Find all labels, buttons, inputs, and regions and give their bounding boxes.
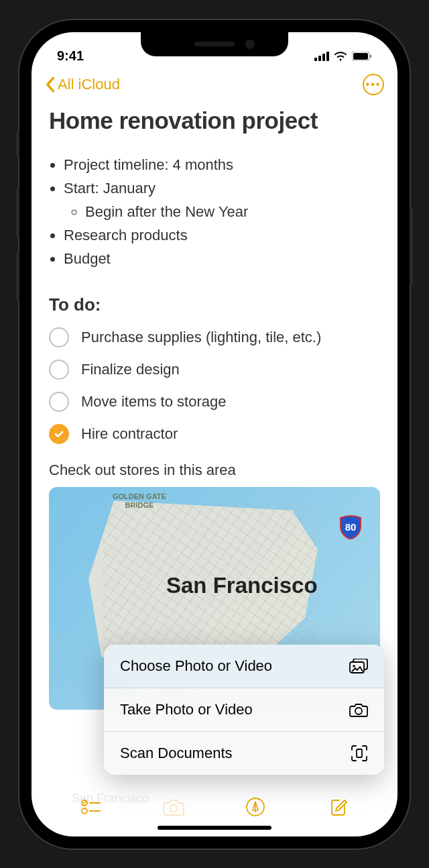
camera-icon xyxy=(349,702,368,717)
todo-label[interactable]: Hire contractor xyxy=(81,425,178,443)
ellipsis-icon: ••• xyxy=(366,78,381,91)
silence-switch xyxy=(16,131,19,158)
more-button[interactable]: ••• xyxy=(363,74,384,95)
menu-label: Scan Documents xyxy=(120,745,233,762)
back-button[interactable]: All iCloud xyxy=(45,76,120,93)
highway-shield-icon: 80 xyxy=(338,514,363,539)
todo-list: Purchase supplies (lighting, tile, etc.)… xyxy=(49,327,380,444)
map-label-bridge: GOLDEN GATEBRIDGE xyxy=(113,492,166,508)
svg-point-15 xyxy=(82,808,87,814)
todo-item[interactable]: Hire contractor xyxy=(49,424,380,444)
checkbox-checked-icon[interactable] xyxy=(49,424,69,444)
scan-icon xyxy=(351,745,368,762)
power-button xyxy=(410,208,413,285)
front-camera xyxy=(245,40,255,49)
svg-rect-5 xyxy=(353,53,368,60)
list-item[interactable]: Research products xyxy=(64,223,380,247)
svg-text:80: 80 xyxy=(345,521,357,533)
camera-button[interactable] xyxy=(163,796,184,818)
map-city-label: San Francisco xyxy=(166,573,318,598)
scan-documents-button[interactable]: Scan Documents xyxy=(104,732,384,775)
todo-heading[interactable]: To do: xyxy=(49,294,380,315)
svg-rect-3 xyxy=(326,52,329,61)
speaker xyxy=(194,42,235,46)
list-item[interactable]: Start: January xyxy=(64,176,380,200)
svg-point-17 xyxy=(170,804,177,812)
list-item-sub[interactable]: Begin after the New Year xyxy=(85,200,380,223)
todo-label[interactable]: Finalize design xyxy=(81,361,180,378)
map-caption[interactable]: Check out stores in this area xyxy=(49,462,380,479)
bullet-list[interactable]: Project timeline: 4 months Start: Januar… xyxy=(49,153,380,271)
svg-rect-1 xyxy=(318,56,321,61)
todo-item[interactable]: Move items to storage xyxy=(49,392,380,412)
checklist-icon xyxy=(81,799,101,815)
volume-down xyxy=(16,252,19,302)
chevron-left-icon xyxy=(45,76,55,93)
list-item[interactable]: Budget xyxy=(64,247,380,270)
home-indicator[interactable] xyxy=(158,826,271,830)
compose-icon xyxy=(328,797,348,817)
status-time: 9:41 xyxy=(57,48,84,64)
notch xyxy=(141,32,288,56)
svg-rect-2 xyxy=(322,54,325,61)
checkbox-unchecked-icon[interactable] xyxy=(49,327,69,347)
svg-point-10 xyxy=(353,665,355,667)
camera-menu-popup: Choose Photo or Video Take Photo or Vide… xyxy=(104,645,384,775)
checklist-button[interactable] xyxy=(80,796,102,818)
screen: 9:41 All iCloud ••• September 7, 2021 at… xyxy=(32,32,397,836)
menu-label: Choose Photo or Video xyxy=(120,657,272,675)
checkbox-unchecked-icon[interactable] xyxy=(49,360,69,380)
list-item[interactable]: Project timeline: 4 months xyxy=(64,153,380,176)
menu-label: Take Photo or Video xyxy=(120,701,253,718)
note-content[interactable]: Home renovation project Project timeline… xyxy=(32,107,397,710)
nav-bar: All iCloud ••• xyxy=(32,68,397,98)
battery-icon xyxy=(352,52,372,61)
markup-button[interactable] xyxy=(245,796,266,818)
photo-library-icon xyxy=(349,659,368,673)
todo-label[interactable]: Move items to storage xyxy=(81,393,226,411)
cellular-icon xyxy=(314,52,329,61)
checkmark-icon xyxy=(54,429,64,439)
checkbox-unchecked-icon[interactable] xyxy=(49,392,69,412)
svg-rect-6 xyxy=(370,54,371,58)
bottom-toolbar xyxy=(32,787,397,823)
wifi-icon xyxy=(334,51,347,61)
todo-item[interactable]: Purchase supplies (lighting, tile, etc.) xyxy=(49,327,380,347)
back-label: All iCloud xyxy=(58,76,120,93)
iphone-frame: 9:41 All iCloud ••• September 7, 2021 at… xyxy=(19,20,410,849)
todo-item[interactable]: Finalize design xyxy=(49,360,380,380)
markup-icon xyxy=(245,797,265,817)
svg-rect-12 xyxy=(357,749,362,757)
take-photo-button[interactable]: Take Photo or Video xyxy=(104,688,384,732)
volume-up xyxy=(16,188,19,238)
svg-rect-0 xyxy=(314,58,317,61)
choose-photo-button[interactable]: Choose Photo or Video xyxy=(104,645,384,688)
status-icons xyxy=(314,51,372,61)
camera-icon xyxy=(163,798,184,816)
todo-label[interactable]: Purchase supplies (lighting, tile, etc.) xyxy=(81,329,321,346)
compose-button[interactable] xyxy=(327,796,349,818)
note-title[interactable]: Home renovation project xyxy=(49,107,380,134)
svg-point-11 xyxy=(355,708,362,714)
